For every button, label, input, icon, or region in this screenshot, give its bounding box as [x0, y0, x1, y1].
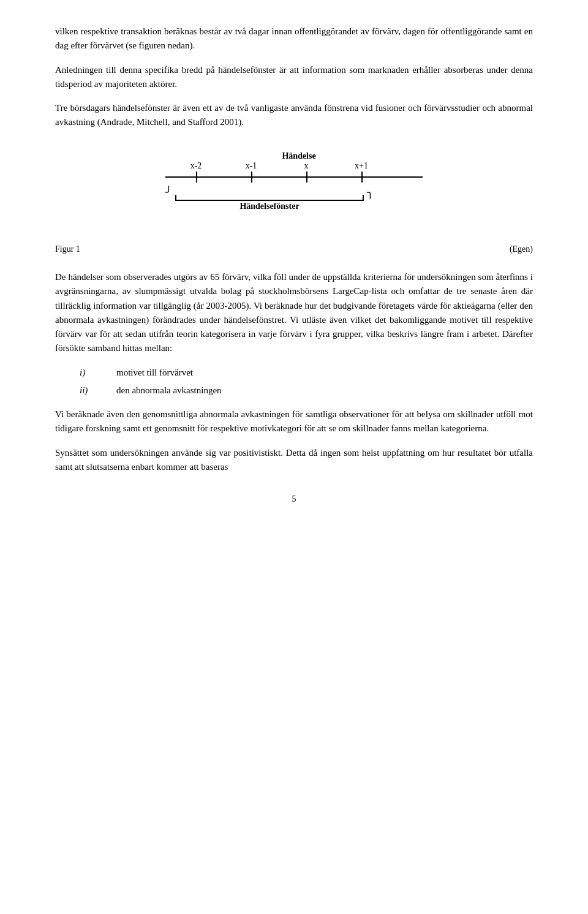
paragraph-4: De händelser som observerades utgörs av … — [55, 270, 533, 356]
paragraph-2: Anledningen till denna specifika bredd p… — [55, 63, 533, 92]
figure-diagram: Händelse x-2 x-1 x x+1 ╯ ╮ — [147, 147, 441, 214]
event-label: Händelse — [282, 149, 315, 163]
tick-x-plus-1 — [361, 172, 363, 183]
figure-caption-row: Figur 1 (Egen) — [55, 243, 533, 256]
tick-label-x-plus-1: x+1 — [355, 159, 368, 173]
figure-caption-right: (Egen) — [510, 243, 533, 256]
paragraph-6: Synsättet som undersökningen använde sig… — [55, 446, 533, 475]
window-bracket-arrow-left: ╯ — [165, 184, 172, 202]
window-bracket-right-tick — [363, 195, 364, 201]
tick-label-x-minus-1: x-1 — [246, 159, 257, 173]
paragraph-3: Tre börsdagars händelsefönster är även e… — [55, 101, 533, 130]
figure-container: Händelse x-2 x-1 x x+1 ╯ ╮ — [55, 147, 533, 256]
tick-x-minus-1 — [251, 172, 252, 183]
window-label: Händelsefönster — [239, 200, 299, 213]
tick-x — [306, 172, 307, 183]
tick-label-x-minus-2: x-2 — [190, 159, 202, 173]
tick-x-minus-2 — [196, 172, 197, 183]
list-section: i) motivet till förvärvet ii) den abnorm… — [55, 366, 533, 398]
list-marker-1: i) — [80, 366, 116, 380]
page-number: 5 — [55, 493, 533, 506]
figure-caption-left: Figur 1 — [55, 243, 80, 256]
list-item-2: ii) den abnormala avkastningen — [55, 383, 533, 398]
timeline-line — [165, 176, 423, 178]
paragraph-5: Vi beräknade även den genomsnittliga abn… — [55, 407, 533, 436]
paragraph-1: vilken respektive transaktion beräknas b… — [55, 25, 533, 53]
list-text-2: den abnormala avkastningen — [116, 383, 533, 398]
window-bracket-left-tick — [175, 195, 176, 201]
list-marker-2: ii) — [80, 383, 116, 398]
tick-label-x: x — [304, 159, 309, 173]
window-bracket: ╯ ╮ Händelsefönster — [165, 187, 374, 201]
page-content: vilken respektive transaktion beräknas b… — [55, 25, 533, 506]
window-bracket-arrow-right: ╮ — [367, 184, 374, 202]
list-text-1: motivet till förvärvet — [116, 366, 533, 380]
list-item-1: i) motivet till förvärvet — [55, 366, 533, 380]
